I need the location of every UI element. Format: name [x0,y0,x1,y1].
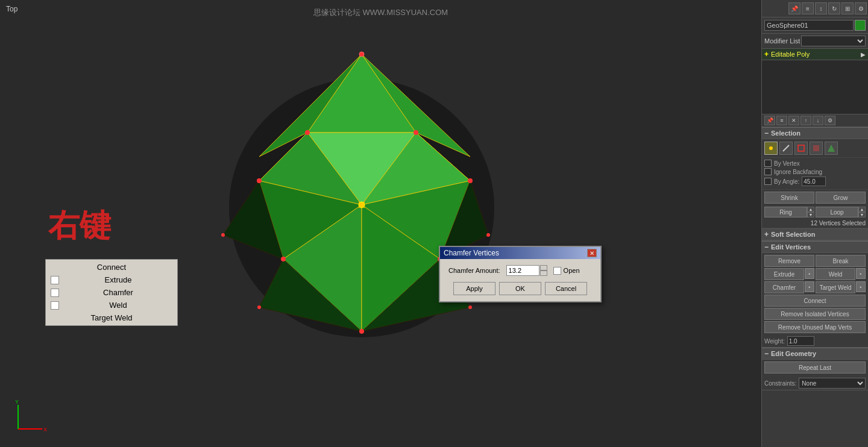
menu-item-connect[interactable]: Connect [46,261,177,274]
chamfer-value-input[interactable] [506,265,539,276]
ignore-backfacing-checkbox[interactable] [764,168,772,175]
menu-checkbox-chamfer [51,289,59,297]
ring-spin-up[interactable]: ▲ [807,207,814,212]
menu-item-chamfer[interactable]: Chamfer [46,286,177,299]
extrude-settings-icon[interactable]: ▪ [805,268,814,279]
by-angle-checkbox[interactable] [764,178,772,185]
ring-button[interactable]: Ring [764,207,807,217]
ring-spin-down[interactable]: ▼ [807,212,814,217]
weight-label: Weight: [764,338,785,345]
apply-button[interactable]: Apply [453,282,495,295]
edit-vertices-buttons: Remove Break Extrude ▪ Weld ▪ Chamfer ▪ … [762,253,868,335]
geosphere-svg [211,36,512,380]
soft-selection-plus-icon: + [764,230,769,239]
soft-selection-title: Soft Selection [771,231,815,238]
extrude-button[interactable]: Extrude [764,268,804,280]
chamfer-spinner: ▲ ▼ [540,265,547,276]
svg-marker-41 [828,145,835,152]
by-angle-row: By Angle: [764,177,866,186]
graph-icon[interactable]: ≡ [802,2,814,14]
dialog-row1: Chamfer Amount: ▲ ▼ Open [448,265,592,276]
selection-minus-icon: − [764,129,769,137]
stack-delete-btn[interactable]: ✕ [788,116,799,125]
editable-poly-row[interactable]: + Editable Poly ▶ [762,49,868,60]
stack-graph-btn[interactable]: ≡ [776,116,787,125]
stack-pin-btn[interactable]: 📌 [764,116,775,125]
svg-point-24 [468,178,473,183]
loop-group: Loop ▲ ▼ [816,207,866,217]
dialog-buttons: Apply OK Cancel [448,282,592,295]
edit-geometry-header[interactable]: − Edit Geometry [762,348,868,360]
svg-text:X: X [43,427,47,433]
chamfer-settings-icon[interactable]: ▪ [805,281,814,292]
weld-settings-icon[interactable]: ▪ [856,268,866,279]
loop-spin-down[interactable]: ▼ [858,212,866,217]
cancel-button[interactable]: Cancel [545,282,587,295]
menu-item-target-weld[interactable]: Target Weld [46,311,177,324]
target-weld-settings-icon[interactable]: ▪ [856,281,866,292]
stack-settings-btn[interactable]: ⚙ [825,116,835,125]
stack-up-btn[interactable]: ↑ [800,116,811,125]
settings-icon[interactable]: ⚙ [855,2,867,14]
repeat-last-button[interactable]: Repeat Last [764,361,866,374]
weld-btn-group: Weld ▪ [816,268,866,280]
target-weld-button[interactable]: Target Weld [816,281,855,293]
element-select-icon[interactable] [825,142,838,155]
loop-spin-up[interactable]: ▲ [858,207,866,212]
move-icon[interactable]: ↕ [815,2,827,14]
break-button[interactable]: Break [816,255,866,267]
shrink-button[interactable]: Shrink [764,192,814,204]
chamfer-ev-button[interactable]: Chamfer [764,281,804,293]
remove-button[interactable]: Remove [764,255,814,267]
selection-title: Selection [771,130,800,137]
rotate-icon[interactable]: ↻ [828,2,840,14]
menu-checkbox-weld [51,301,59,310]
poly-select-icon[interactable] [810,142,823,155]
chamfer-spin-up[interactable]: ▲ [540,265,547,270]
by-vertex-checkbox[interactable] [764,160,772,167]
open-checkbox-row: Open [553,267,580,275]
soft-selection-header[interactable]: + Soft Selection [762,229,868,240]
object-name-input[interactable] [764,20,854,31]
chamfer-dialog: Chamfer Vertices ✕ Chamfer Amount: ▲ ▼ O… [439,246,602,302]
soft-selection-section: + Soft Selection [762,229,868,241]
loop-button[interactable]: Loop [816,207,858,217]
weld-button[interactable]: Weld [816,268,855,280]
angle-value-input[interactable] [802,177,826,186]
svg-point-20 [359,52,364,57]
edit-vertices-header[interactable]: − Edit Vertices [762,241,868,253]
weight-input[interactable] [787,336,814,346]
modifier-list-dropdown[interactable] [801,36,866,46]
open-checkbox[interactable] [553,267,561,275]
edge-select-icon[interactable] [779,142,793,155]
chamfer-spin-down[interactable]: ▼ [540,270,547,276]
svg-rect-40 [813,145,819,151]
object-color-swatch[interactable] [855,20,866,31]
ok-button[interactable]: OK [499,282,541,295]
open-label: Open [564,267,580,274]
editable-poly-label: Editable Poly [771,51,858,58]
remove-unused-button[interactable]: Remove Unused Map Verts [764,321,866,333]
grow-button[interactable]: Grow [816,192,866,204]
vertex-select-icon[interactable] [764,142,778,155]
menu-item-weld[interactable]: Weld [46,299,177,311]
stack-down-btn[interactable]: ↓ [813,116,823,125]
scale-icon[interactable]: ⊞ [841,2,854,14]
selection-header[interactable]: − Selection [762,127,868,139]
menu-item-extrude[interactable]: Extrude [46,274,177,286]
weight-row: Weight: [762,335,868,347]
remove-isolated-button[interactable]: Remove Isolated Vertices [764,308,866,320]
svg-rect-39 [798,145,804,151]
border-select-icon[interactable] [794,142,808,155]
svg-point-25 [359,202,365,208]
pin-icon[interactable]: 📌 [788,2,800,14]
modifier-list-row: Modifier List [762,34,868,49]
svg-point-23 [257,178,262,183]
constraints-dropdown[interactable]: None [799,378,866,389]
dialog-close-button[interactable]: ✕ [587,249,597,257]
ring-spinner: ▲ ▼ [807,207,814,217]
modifier-stack [762,60,868,114]
menu-checkbox-extrude [51,276,59,284]
svg-point-28 [359,329,364,334]
connect-ev-button[interactable]: Connect [764,295,866,307]
